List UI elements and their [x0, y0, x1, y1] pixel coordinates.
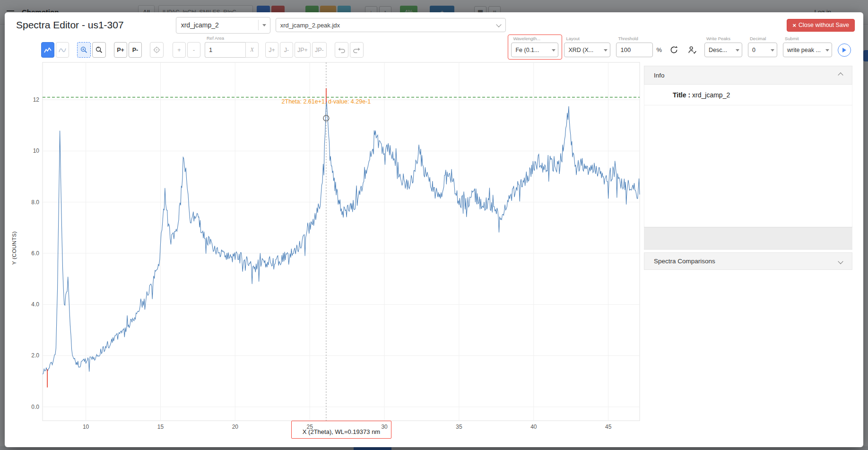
svg-text:6.0: 6.0 [31, 250, 39, 257]
redo-button[interactable] [350, 42, 364, 58]
decrease-button[interactable]: - [187, 42, 200, 58]
play-icon [842, 48, 849, 52]
predict-peaks-button[interactable] [686, 43, 699, 57]
spectrum-title-row: Title :xrd_jcamp_2 [644, 85, 852, 105]
jp-minus-button[interactable]: JP- [312, 42, 327, 58]
select-separator [258, 20, 259, 30]
x-axis-label: X (2Theta), WL=0.19373 nm [303, 428, 380, 435]
wavelength-label: Wavelength... [513, 36, 540, 41]
peak-add-button[interactable]: P+ [114, 42, 127, 58]
caret-down-icon [262, 24, 266, 26]
target-icon [153, 46, 161, 54]
comparisons-header-label: Spectra Comparisons [654, 258, 715, 265]
threshold-input[interactable] [616, 43, 653, 57]
info-header-label: Info [654, 72, 665, 79]
caret-down-icon [736, 49, 739, 52]
zoom-reset-icon [95, 46, 103, 54]
spline-mode-button[interactable] [56, 42, 69, 58]
zoom-reset-button[interactable] [92, 42, 106, 58]
refresh-icon [669, 45, 678, 54]
dataset-select-value: xrd_jcamp_2 [181, 21, 219, 29]
title-label: Title : [673, 91, 690, 99]
clear-x-button[interactable]: X [245, 42, 259, 58]
j-plus-button[interactable]: J+ [265, 42, 278, 58]
submit-play-button[interactable] [838, 43, 851, 57]
svg-text:10: 10 [33, 147, 40, 154]
sidebar: Info Title :xrd_jcamp_2 Spectra Comparis… [644, 66, 852, 270]
spectra-editor-modal: Spectra Editor - us1-307 xrd_jcamp_2 xrd… [5, 12, 863, 447]
submit-select[interactable]: write peak ... [783, 43, 832, 57]
svg-text:0.0: 0.0 [31, 404, 39, 410]
decimal-label: Decimal [750, 36, 766, 41]
info-panel-header[interactable]: Info [644, 66, 852, 85]
person-check-icon [688, 46, 697, 54]
info-panel-footer [644, 227, 852, 250]
chevron-up-icon [838, 72, 843, 78]
svg-text:2Theta: 2.61e+1, d-value: 4.29: 2Theta: 2.61e+1, d-value: 4.29e-1 [282, 98, 371, 105]
peak-file-select[interactable]: xrd_jcamp_2.peak.jdx [276, 18, 506, 32]
svg-text:20: 20 [232, 424, 239, 430]
increase-button[interactable]: + [173, 42, 186, 58]
layout-label: Layout [566, 36, 580, 41]
svg-text:40: 40 [530, 424, 537, 430]
line-chart-icon [44, 47, 52, 53]
ref-area-label: Ref Area [207, 36, 224, 41]
anchor-target-button[interactable] [150, 42, 164, 58]
toolbar: P+ P- + - Ref Area X J+ J- JP+ JP- [5, 34, 863, 61]
plot-canvas[interactable]: 10152025303540450.02.04.06.08.010122Thet… [24, 61, 648, 435]
write-peaks-label: Write Peaks [706, 36, 730, 41]
caret-down-icon [604, 49, 608, 52]
caret-down-icon [771, 49, 774, 52]
threshold-label: Threshold [618, 36, 638, 41]
undo-button[interactable] [335, 42, 348, 58]
svg-text:2.0: 2.0 [31, 352, 39, 359]
svg-text:35: 35 [456, 424, 462, 430]
threshold-unit: % [656, 46, 662, 53]
refresh-button[interactable] [668, 43, 680, 57]
close-icon: × [792, 22, 796, 28]
svg-text:8.0: 8.0 [31, 199, 39, 206]
svg-text:45: 45 [605, 424, 612, 430]
zoom-in-button[interactable] [77, 42, 91, 58]
title-value: xrd_jcamp_2 [692, 91, 730, 99]
peak-file-select-value: xrd_jcamp_2.peak.jdx [280, 22, 340, 29]
info-panel-body: Title :xrd_jcamp_2 [644, 85, 852, 227]
svg-text:4.0: 4.0 [31, 301, 39, 308]
redo-icon [353, 47, 361, 53]
zoom-in-icon [80, 46, 88, 54]
spectra-comparisons-header[interactable]: Spectra Comparisons [644, 252, 852, 270]
close-without-save-button[interactable]: × Close without Save [787, 19, 855, 32]
caret-down-icon [825, 49, 829, 52]
chevron-down-icon [496, 22, 501, 27]
x-axis-label-highlight: X (2Theta), WL=0.19373 nm [291, 421, 391, 439]
caret-down-icon [552, 49, 556, 52]
jp-plus-button[interactable]: JP+ [295, 42, 311, 58]
spline-chart-icon [59, 47, 66, 53]
modal-header: Spectra Editor - us1-307 xrd_jcamp_2 xrd… [5, 12, 863, 34]
spectrum-chart[interactable]: Y (COUNTS) 10152025303540450.02.04.06.08… [5, 61, 648, 444]
decimal-select[interactable]: 0 [748, 43, 777, 57]
wavelength-select[interactable]: Fe (0.1... [511, 43, 558, 57]
modal-title: Spectra Editor - us1-307 [16, 19, 124, 31]
peak-remove-button[interactable]: P- [129, 42, 142, 58]
modal-content: Y (COUNTS) 10152025303540450.02.04.06.08… [5, 61, 863, 444]
svg-text:12: 12 [33, 96, 40, 103]
close-button-label: Close without Save [799, 22, 849, 28]
submit-label: Submit [785, 36, 799, 41]
layout-select[interactable]: XRD (X... [564, 43, 610, 57]
write-peaks-select[interactable]: Desc... [704, 43, 742, 57]
dataset-select[interactable]: xrd_jcamp_2 [176, 17, 270, 34]
y-axis-label: Y (COUNTS) [11, 231, 17, 265]
undo-icon [338, 47, 346, 53]
ref-area-input[interactable] [205, 42, 245, 58]
line-mode-button[interactable] [41, 42, 54, 58]
chevron-down-icon [838, 259, 843, 264]
svg-text:15: 15 [157, 424, 164, 430]
svg-text:10: 10 [83, 424, 89, 430]
j-minus-button[interactable]: J- [280, 42, 293, 58]
